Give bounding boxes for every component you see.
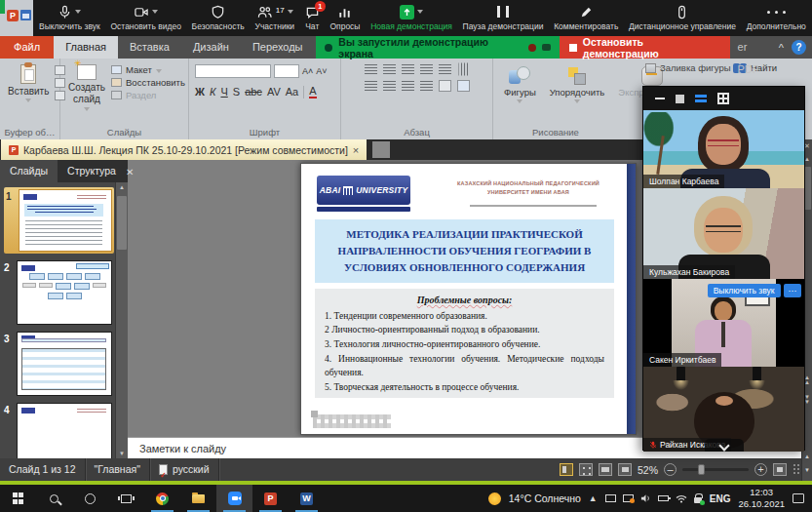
layout-button[interactable]: Макет	[111, 64, 185, 75]
thumbnail-preview[interactable]	[19, 189, 112, 252]
scroll-up-icon[interactable]: ▲	[802, 453, 812, 459]
stop-share-button[interactable]: Остановить демонстрацию	[560, 36, 730, 59]
increase-indent-icon[interactable]	[420, 64, 433, 74]
justify-icon[interactable]	[420, 81, 433, 91]
vpn-lock-icon[interactable]	[694, 497, 702, 503]
paste-button[interactable]: Вставить	[4, 62, 53, 126]
columns-icon[interactable]	[439, 80, 451, 92]
security-button[interactable]: Безопасность	[190, 0, 247, 36]
slide-body[interactable]: Проблемные вопросы: 1. Тенденции совреме…	[315, 289, 614, 398]
slide-thumbnail-2[interactable]: 2	[4, 260, 112, 325]
mute-button[interactable]: Выключить звук	[37, 0, 102, 36]
new-slide-button[interactable]: Создать слайд	[64, 62, 109, 126]
align-center-icon[interactable]	[383, 81, 396, 91]
tab-slides[interactable]: Слайды	[0, 160, 58, 182]
tab-design[interactable]: Дизайн	[181, 36, 241, 59]
action-center-icon[interactable]	[793, 493, 804, 503]
zoom-in-button[interactable]: +	[754, 463, 767, 476]
line-spacing-icon[interactable]	[439, 64, 451, 74]
change-case-button[interactable]: Aa	[286, 86, 298, 98]
remote-control-button[interactable]: Дистанционное управление	[627, 0, 738, 36]
italic-button[interactable]: К	[210, 86, 215, 98]
thumbnail-preview[interactable]	[17, 403, 112, 458]
reading-view-button[interactable]	[599, 463, 612, 476]
weather-text[interactable]: 14°C Солнечно	[509, 492, 581, 504]
save-icon[interactable]	[20, 10, 31, 20]
more-button[interactable]: Дополнительно	[745, 0, 808, 36]
thumbnail-preview[interactable]	[17, 332, 112, 396]
taskbar-explorer[interactable]	[180, 485, 216, 512]
taskbar-powerpoint[interactable]: P	[252, 485, 289, 512]
chevron-down-icon[interactable]	[75, 10, 81, 14]
scroll-down-icon[interactable]: ▼	[802, 467, 812, 473]
grow-font-icon[interactable]: A˄	[302, 66, 313, 76]
slide-thumbnail-1[interactable]: 1	[4, 187, 114, 254]
speaker-icon[interactable]	[640, 493, 651, 503]
thumbnails-scrollbar[interactable]: ▲ ▼	[115, 182, 128, 458]
close-document-icon[interactable]	[353, 144, 359, 156]
zoom-out-button[interactable]: –	[664, 463, 677, 476]
task-view-button[interactable]	[108, 485, 144, 512]
start-button[interactable]	[0, 485, 36, 512]
normal-view-button[interactable]	[560, 463, 573, 476]
taskbar-word[interactable]: W	[289, 485, 325, 512]
numbering-icon[interactable]	[383, 64, 396, 74]
font-color-button[interactable]: А	[309, 85, 316, 98]
tab-insert[interactable]: Вставка	[118, 36, 181, 59]
shadow-button[interactable]: S	[233, 86, 240, 98]
font-size-select[interactable]	[274, 64, 299, 78]
shrink-font-icon[interactable]: A˅	[316, 66, 327, 76]
collapse-videos-button[interactable]	[705, 439, 744, 452]
strikethrough-button[interactable]: abc	[245, 86, 262, 98]
minimize-icon[interactable]	[655, 98, 665, 99]
device-icon[interactable]	[605, 494, 616, 502]
chevron-down-icon[interactable]	[152, 10, 158, 14]
scroll-down-icon[interactable]: ▼	[116, 451, 128, 456]
new-tab-button[interactable]	[372, 141, 390, 158]
zoom-slider[interactable]	[682, 468, 749, 471]
taskbar-chrome[interactable]	[144, 485, 180, 512]
tab-transitions[interactable]: Переходы	[241, 36, 315, 59]
video-tile-1[interactable]: Шолпан Карбаева	[643, 110, 804, 188]
window-icon[interactable]	[676, 95, 684, 103]
help-icon[interactable]: ?	[792, 40, 806, 55]
wifi-icon[interactable]	[676, 494, 687, 503]
fit-to-window-button[interactable]	[773, 463, 787, 476]
section-button[interactable]: Раздел	[111, 90, 185, 100]
arrange-button[interactable]: Упорядочить	[543, 66, 612, 126]
chevron-down-icon[interactable]	[417, 10, 423, 14]
mute-participant-button[interactable]: Выключить звук	[708, 284, 781, 297]
slide-canvas[interactable]: ABAI UNIVERSITY КАЗАХСКИЙ НАЦИОНАЛЬНЫЙ П…	[300, 163, 637, 435]
reset-button[interactable]: Восстановить	[111, 77, 185, 88]
tray-overflow-icon[interactable]: ▲	[589, 493, 598, 503]
close-pane-icon[interactable]	[126, 166, 134, 177]
stop-video-button[interactable]: Остановить видео	[108, 0, 182, 36]
slide-thumbnail-4[interactable]: 4	[4, 403, 112, 458]
file-tab[interactable]: Файл	[0, 36, 54, 59]
slide-title[interactable]: МЕТОДИКА РЕАЛИЗАЦИИ ПРАКТИЧЕСКОЙ НАПРВАЛ…	[315, 219, 614, 283]
tab-home[interactable]: Главная	[54, 36, 118, 59]
polls-button[interactable]: Опросы	[328, 0, 362, 36]
participant-more-button[interactable]: ⋯	[784, 284, 802, 297]
pause-share-button[interactable]: Пауза демонстрации	[461, 0, 546, 36]
collapse-ribbon-icon[interactable]: ^	[779, 42, 784, 54]
bullets-icon[interactable]	[365, 64, 377, 74]
annotate-button[interactable]: Комментировать	[552, 0, 620, 36]
keyboard-language[interactable]: ENG	[710, 493, 731, 504]
slideshow-button[interactable]	[618, 463, 632, 476]
speaker-view-icon[interactable]	[695, 95, 707, 102]
new-share-button[interactable]: Новая демонстрация	[368, 0, 454, 36]
video-tile-3[interactable]: Выключить звук ⋯ Сакен Иркитбаев	[643, 279, 804, 367]
zoom-slider-thumb[interactable]	[698, 464, 705, 475]
clock[interactable]: 12:03 26.10.2021	[738, 487, 785, 510]
battery-icon[interactable]	[658, 495, 669, 501]
convert-smartart-icon[interactable]	[457, 80, 470, 92]
chevron-down-icon[interactable]	[288, 10, 293, 14]
taskbar-zoom[interactable]	[216, 485, 252, 512]
font-name-select[interactable]	[195, 64, 271, 78]
cortana-button[interactable]	[72, 485, 108, 512]
screen-share-tray-icon[interactable]	[623, 494, 634, 502]
chevron-down-icon[interactable]	[84, 107, 90, 111]
shapes-button[interactable]: Фигуры	[497, 66, 543, 126]
underline-button[interactable]: Ч	[220, 86, 227, 98]
